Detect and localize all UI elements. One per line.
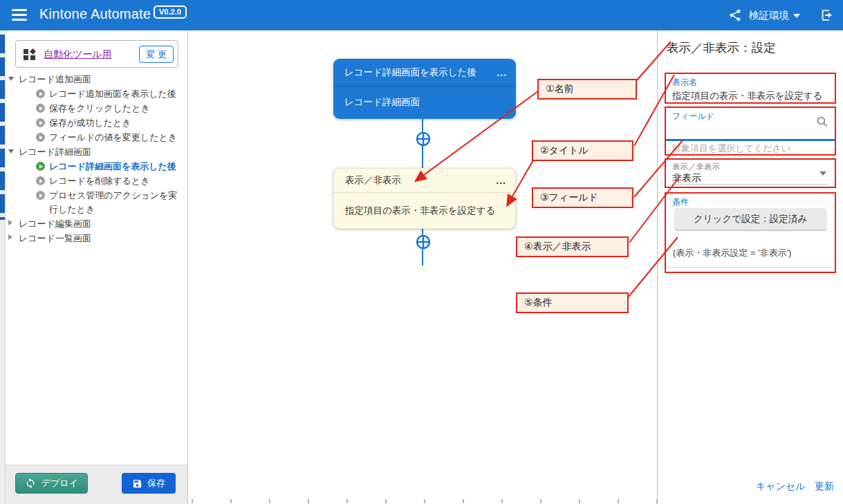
tree-item-label: フィールドの値を変更したとき [49,132,177,142]
chevron-down-icon[interactable] [793,14,800,18]
kintone-automate-window: Kintone Automate V0.2.0 検証環境 自動化ツール用 変 更… [0,0,843,504]
event-play-icon [36,162,45,171]
tree-group-record-detail[interactable]: レコード詳細画面 [6,144,188,159]
update-button[interactable]: 更新 [815,480,834,493]
action-node-title: 表示／非表示 [345,174,401,187]
app-name-link[interactable]: 自動化ツール用 [44,48,112,61]
change-app-button[interactable]: 変 更 [139,46,174,63]
tree-item[interactable]: レコードを削除するとき [6,174,188,188]
save-button-label: 保存 [147,477,165,489]
visibility-select-value: 非表示 [672,171,828,184]
condition-label: 条件 [672,196,828,207]
annotation-label: ④表示／非表示 [524,241,591,253]
action-node-subtitle: 指定項目の表示・非表示を設定する [345,205,495,217]
tree-item[interactable]: フィールドの値を変更したとき [6,130,188,144]
hamburger-menu-icon[interactable] [12,9,27,21]
action-node[interactable]: 表示／非表示 ... 指定項目の表示・非表示を設定する [333,168,516,229]
trigger-node[interactable]: レコード詳細画面を表示した後 ... レコード詳細画面 [333,59,516,119]
deploy-button-label: デプロイ [41,477,78,489]
tree-group-record-list[interactable]: レコード一覧画面 [6,231,188,245]
settings-panel: 表示／非表示：設定 表示名 指定項目の表示・非表示を設定する フィールド 対象項… [657,30,843,504]
tree-expander-icon[interactable] [8,220,12,225]
insert-step-button[interactable] [415,131,432,147]
event-play-icon [36,104,45,113]
tree-group-label: レコード追加画面 [19,74,91,84]
tree-group-record-add[interactable]: レコード追加画面 [6,72,188,86]
tree-item-label: 保存をクリックしたとき [49,103,150,113]
tree-group-label: レコード一覧画面 [19,233,91,243]
field-section: フィールド 対象項目を選択してください [665,106,836,156]
annotation-box-title: ②タイトル [532,140,633,161]
tree-item[interactable]: 保存をクリックしたとき [6,101,188,115]
event-tree: レコード追加画面 レコード追加画面を表示した後 保存をクリックしたとき 保存が成… [6,72,188,245]
floppy-icon [132,478,142,489]
event-play-icon [36,133,45,142]
tree-item-label: 保存が成功したとき [49,118,131,128]
condition-summary: (表示・非表示設定 = '非表示') [673,247,791,259]
event-play-icon [36,89,45,98]
window-edge-strip [0,30,6,504]
tree-group-label: レコード詳細画面 [19,147,91,157]
save-button[interactable]: 保存 [122,473,176,494]
event-play-icon [36,118,45,127]
tree-item[interactable]: レコード追加画面を表示した後 [6,86,188,101]
app-title: Kintone Automate [39,6,151,22]
version-badge: V0.2.0 [154,6,187,19]
annotation-label: ③フィールド [540,192,598,204]
annotation-box-name: ①名前 [537,79,637,100]
annotation-box-condition: ⑤条件 [516,292,629,313]
visibility-select-label: 表示／非表示 [672,162,828,171]
trigger-node-title: レコード詳細画面を表示した後 [344,66,476,79]
tree-expander-icon[interactable] [8,77,14,81]
sidebar-footer: デプロイ 保存 [6,465,187,504]
tree-item[interactable]: 保存が成功したとき [6,115,188,130]
annotation-label: ⑤条件 [524,297,553,309]
visibility-select[interactable]: 表示／非表示 非表示 [665,158,836,188]
node-menu-button[interactable]: ... [496,169,506,192]
condition-set-button[interactable]: クリックで設定：設定済み [674,208,826,230]
field-label: フィールド [672,111,828,122]
insert-step-button[interactable] [415,234,432,250]
logout-icon[interactable] [819,8,835,23]
trigger-node-subtitle: レコード詳細画面 [344,96,420,109]
tree-expander-icon[interactable] [8,149,14,153]
tree-item-label: レコードを削除するとき [49,176,149,186]
tree-item-label: レコード追加画面を表示した後 [49,88,176,99]
tree-item-label: レコード詳細画面を表示した後 [49,161,176,171]
share-icon[interactable] [728,8,742,22]
display-name-value[interactable]: 指定項目の表示・非表示を設定する [672,89,828,102]
field-placeholder-text: 対象項目を選択してください [672,142,790,155]
tree-expander-icon[interactable] [8,234,12,240]
environment-selector[interactable]: 検証環境 [749,9,789,22]
panel-title: 表示／非表示：設定 [667,39,776,56]
select-underline [672,184,828,185]
display-name-label: 表示名 [672,77,828,88]
condition-section: 条件 クリックで設定：設定済み (表示・非表示設定 = '非表示') [665,192,836,273]
display-name-section: 表示名 指定項目の表示・非表示を設定する [665,73,836,104]
dropdown-caret-icon[interactable] [819,171,826,176]
tree-item-label: プロセス管理のアクションを実行したとき [49,190,177,214]
field-search-input[interactable] [672,124,828,138]
sidebar: 自動化ツール用 変 更 レコード追加画面 レコード追加画面を表示した後 保存をク… [6,30,188,504]
annotation-label: ①名前 [546,83,574,95]
deploy-button[interactable]: デプロイ [15,473,88,494]
condition-divider [669,267,832,268]
app-selector-box: 自動化ツール用 変 更 [15,40,178,68]
tree-group-label: レコード編集画面 [19,218,91,229]
tree-item-selected[interactable]: レコード詳細画面を表示した後 [6,159,188,174]
tree-group-record-edit[interactable]: レコード編集画面 [6,216,188,231]
app-header: Kintone Automate V0.2.0 検証環境 [0,0,843,30]
cancel-button[interactable]: キャンセル [756,480,806,493]
event-play-icon [36,191,45,200]
annotation-label: ②タイトル [540,144,589,157]
event-play-icon [36,176,45,185]
field-input-underline [666,139,835,141]
annotation-box-field: ③フィールド [532,187,633,208]
sync-icon [25,478,36,489]
annotation-box-visibility: ④表示／非表示 [516,236,629,257]
tree-item[interactable]: プロセス管理のアクションを実行したとき [6,188,184,216]
app-icon [23,48,37,64]
node-menu-button[interactable]: ... [497,59,507,86]
